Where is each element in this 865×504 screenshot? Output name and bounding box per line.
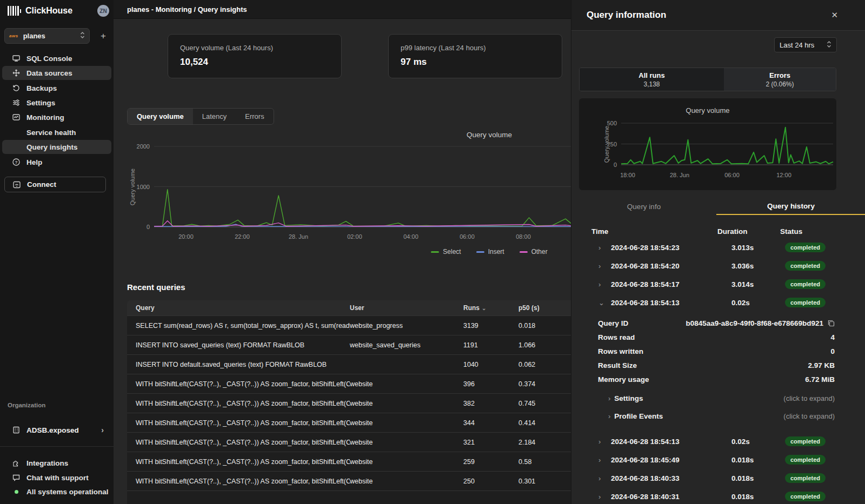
column-header-user[interactable]: User bbox=[350, 304, 463, 312]
sidebar-item-sql-console[interactable]: SQL Console bbox=[2, 51, 111, 65]
svg-text:28. Jun: 28. Jun bbox=[289, 233, 308, 240]
sidebar-item-chat-support[interactable]: Chat with support bbox=[2, 471, 111, 485]
stat-card-query-volume: Query volume (Last 24 hours) 10,524 bbox=[168, 34, 342, 78]
sidebar-item-label: Backups bbox=[26, 84, 57, 92]
detail-value: 2.97 KB bbox=[637, 361, 835, 369]
history-row-expanded[interactable]: ⌄ 2024-06-28 18:54:13 0.02s completed bbox=[571, 293, 865, 312]
run-duration: 3.036s bbox=[731, 262, 754, 270]
history-rows-top: › 2024-06-28 18:54:23 3.013s completed ›… bbox=[571, 238, 865, 312]
legend-swatch bbox=[476, 251, 484, 253]
detail-label: Memory usage bbox=[598, 375, 649, 384]
close-icon[interactable]: ✕ bbox=[831, 10, 838, 20]
service-selector[interactable]: aws planes bbox=[4, 28, 90, 44]
organization-item[interactable]: ADSB.exposed › bbox=[2, 423, 111, 437]
copy-icon[interactable] bbox=[828, 320, 835, 327]
chevron-right-icon[interactable]: › bbox=[598, 456, 601, 464]
sidebar-item-integrations[interactable]: Integrations bbox=[2, 456, 111, 470]
history-row[interactable]: › 2024-06-28 18:54:13 0.02s completed bbox=[571, 432, 865, 451]
svg-text:Query volume: Query volume bbox=[603, 126, 610, 163]
profile-events-expand-row[interactable]: › Profile Events (click to expand) bbox=[571, 408, 865, 424]
query-information-panel: Query information ✕ Last 24 hrs All runs… bbox=[571, 0, 865, 504]
column-header-query[interactable]: Query bbox=[127, 304, 350, 312]
sidebar-item-help[interactable]: ? Help bbox=[2, 155, 111, 169]
detail-value: 0 bbox=[643, 347, 835, 355]
status-badge: completed bbox=[785, 261, 826, 271]
chevron-right-icon[interactable]: › bbox=[598, 438, 601, 446]
user-avatar[interactable]: ZN bbox=[97, 5, 109, 17]
tab-query-history[interactable]: Query history bbox=[716, 198, 865, 215]
settings-expand-row[interactable]: › Settings (click to expand) bbox=[571, 390, 865, 406]
panel-tabs: Query info Query history bbox=[571, 198, 865, 215]
run-time: 2024-06-28 18:54:13 bbox=[611, 438, 680, 446]
svg-text:06:00: 06:00 bbox=[460, 233, 475, 240]
status-badge: completed bbox=[785, 243, 826, 252]
chevron-right-icon[interactable]: › bbox=[598, 244, 601, 252]
tab-latency[interactable]: Latency bbox=[193, 109, 236, 124]
svg-text:0: 0 bbox=[614, 162, 617, 168]
chevron-up-down-icon bbox=[80, 31, 85, 41]
legend-swatch bbox=[431, 251, 439, 253]
detail-row-memory-usage: Memory usage 6.72 MiB bbox=[571, 372, 865, 386]
detail-value: 6.72 MiB bbox=[649, 375, 835, 384]
sidebar-item-label: Query insights bbox=[26, 143, 78, 151]
history-row[interactable]: › 2024-06-28 18:54:20 3.036s completed bbox=[571, 257, 865, 275]
legend-item-select[interactable]: Select bbox=[431, 248, 461, 256]
history-row[interactable]: › 2024-06-28 18:54:17 3.014s completed bbox=[571, 275, 865, 293]
sidebar-item-system-status[interactable]: All systems operational bbox=[2, 485, 111, 499]
service-name: planes bbox=[23, 32, 45, 40]
chevron-right-icon[interactable]: › bbox=[598, 474, 601, 482]
segment-all-runs[interactable]: All runs 3,138 bbox=[580, 68, 724, 91]
organization-name: ADSB.exposed bbox=[26, 426, 79, 434]
expand-hint: (click to expand) bbox=[663, 412, 835, 420]
column-header-runs[interactable]: Runs⌄ bbox=[463, 304, 518, 312]
svg-text:0: 0 bbox=[147, 224, 150, 230]
status-badge: completed bbox=[785, 436, 826, 446]
run-duration: 0.02s bbox=[731, 438, 750, 446]
chevron-right-icon[interactable]: › bbox=[598, 493, 601, 501]
history-table-header: Time Duration Status bbox=[571, 227, 865, 237]
time-range-value: Last 24 hrs bbox=[780, 41, 814, 49]
connect-button[interactable]: Connect bbox=[4, 177, 106, 192]
chevron-down-icon[interactable]: ⌄ bbox=[598, 299, 604, 307]
svg-text:18:00: 18:00 bbox=[620, 172, 635, 178]
sidebar-item-label: Chat with support bbox=[26, 474, 89, 482]
segment-errors[interactable]: Errors 2 (0.06%) bbox=[724, 68, 836, 91]
sidebar-item-settings[interactable]: Settings bbox=[2, 96, 111, 110]
legend-label: Select bbox=[443, 248, 461, 256]
sidebar-item-monitoring[interactable]: Monitoring bbox=[2, 110, 111, 124]
legend-item-insert[interactable]: Insert bbox=[476, 248, 504, 256]
monitoring-icon bbox=[12, 113, 21, 122]
detail-label: Rows written bbox=[598, 347, 643, 355]
settings-sliders-icon bbox=[12, 98, 21, 107]
svg-text:20:00: 20:00 bbox=[178, 233, 194, 240]
time-range-select[interactable]: Last 24 hrs bbox=[774, 37, 837, 52]
status-badge: completed bbox=[785, 455, 826, 465]
svg-text:Query volume: Query volume bbox=[129, 169, 136, 205]
history-row[interactable]: › 2024-06-28 18:45:49 0.018s completed bbox=[571, 451, 865, 469]
chat-bubble-icon bbox=[12, 473, 21, 482]
run-time: 2024-06-28 18:54:20 bbox=[611, 262, 680, 270]
tab-errors[interactable]: Errors bbox=[236, 109, 273, 124]
sidebar-item-backups[interactable]: Backups bbox=[2, 81, 111, 95]
legend-item-other[interactable]: Other bbox=[520, 248, 548, 256]
chevron-right-icon[interactable]: › bbox=[598, 280, 601, 288]
column-header-duration: Duration bbox=[717, 227, 748, 236]
svg-text:1000: 1000 bbox=[137, 184, 150, 190]
history-row[interactable]: › 2024-06-28 18:40:33 0.018s completed bbox=[571, 469, 865, 487]
legend-label: Insert bbox=[488, 248, 504, 256]
sidebar-item-service-health[interactable]: Service health bbox=[2, 125, 111, 139]
sidebar-item-label: Settings bbox=[26, 99, 55, 107]
sidebar-item-label: SQL Console bbox=[26, 55, 72, 63]
history-row[interactable]: › 2024-06-28 18:40:31 0.018s completed bbox=[571, 487, 865, 504]
detail-label: Rows read bbox=[598, 333, 635, 341]
svg-text:12:00: 12:00 bbox=[776, 172, 791, 178]
sidebar-item-query-insights[interactable]: Query insights bbox=[2, 140, 111, 154]
add-service-button[interactable]: + bbox=[101, 31, 106, 42]
chevron-right-icon: › bbox=[608, 412, 610, 420]
profile-events-label: Profile Events bbox=[614, 412, 663, 420]
tab-query-info[interactable]: Query info bbox=[571, 198, 716, 215]
chevron-right-icon[interactable]: › bbox=[598, 262, 601, 270]
history-row[interactable]: › 2024-06-28 18:54:23 3.013s completed bbox=[571, 238, 865, 257]
sidebar-item-data-sources[interactable]: Data sources bbox=[2, 66, 111, 80]
tab-query-volume[interactable]: Query volume bbox=[128, 109, 193, 124]
